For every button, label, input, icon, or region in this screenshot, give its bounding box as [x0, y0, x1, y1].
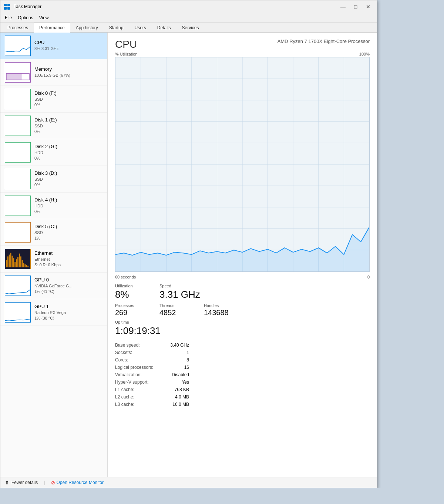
sidebar-item-disk4[interactable]: Disk 4 (H:) HDD 0% — [0, 193, 107, 219]
disk2-info: Disk 2 (G:) HDD 0% — [34, 144, 103, 161]
cpu-thumbnail — [5, 36, 31, 56]
svg-rect-30 — [27, 266, 28, 267]
disk4-info: Disk 4 (H:) HDD 0% — [34, 197, 103, 215]
resource-monitor-icon: ⊘ — [51, 480, 55, 485]
sockets-key: Sockets: — [115, 350, 132, 355]
svg-rect-7 — [6, 73, 22, 80]
sidebar-item-cpu[interactable]: CPU 8% 3.31 GHz — [0, 33, 107, 59]
main-header: CPU AMD Ryzen 7 1700X Eight-Core Process… — [115, 39, 370, 50]
y-axis-max: 100% — [359, 52, 370, 56]
gpu1-name: GPU 1 — [34, 304, 103, 309]
disk1-name: Disk 1 (E:) — [34, 117, 103, 123]
svg-rect-21 — [14, 262, 16, 267]
gpu1-info: GPU 1 Radeon RX Vega 1% (38 °C) — [34, 304, 103, 321]
app-icon — [3, 3, 11, 10]
svg-rect-27 — [23, 263, 24, 267]
sockets-row: Sockets: 1 — [115, 350, 189, 355]
fewer-details-label: Fewer details — [11, 480, 38, 485]
menu-view[interactable]: View — [36, 14, 52, 21]
sidebar-item-disk1[interactable]: Disk 1 (E:) SSD 0% — [0, 113, 107, 139]
svg-rect-20 — [13, 258, 14, 267]
disk5-name: Disk 5 (C:) — [34, 224, 103, 229]
sidebar-item-gpu0[interactable]: GPU 0 NVIDIA GeForce G... 1% (41 °C) — [0, 273, 107, 299]
utilization-stat: Utilization 8% — [115, 284, 145, 300]
sidebar-item-disk3[interactable]: Disk 3 (D:) SSD 0% — [0, 166, 107, 193]
svg-rect-24 — [19, 254, 20, 267]
uptime-stat: Up time 1:09:19:31 — [115, 320, 161, 337]
disk0-sub2: 0% — [34, 102, 103, 108]
tab-services[interactable]: Services — [176, 23, 205, 33]
base-speed-row: Base speed: 3.40 GHz — [115, 343, 189, 348]
sockets-val: 1 — [159, 350, 189, 355]
disk4-thumbnail — [5, 196, 31, 216]
disk2-name: Disk 2 (G:) — [34, 144, 103, 149]
sidebar-item-memory[interactable]: Memory 10.6/15.9 GB (67%) — [0, 59, 107, 86]
processes-label: Processes — [115, 303, 145, 308]
svg-rect-1 — [7, 4, 10, 6]
sidebar-item-disk5[interactable]: Disk 5 (C:) SSD 1% — [0, 219, 107, 246]
chart-labels-bottom: 60 seconds 0 — [115, 275, 370, 279]
gpu0-info: GPU 0 NVIDIA GeForce G... 1% (41 °C) — [34, 277, 103, 295]
tab-startup[interactable]: Startup — [104, 23, 129, 33]
cpu-sub: 8% 3.31 GHz — [34, 46, 103, 51]
open-resource-monitor-button[interactable]: ⊘ Open Resource Monitor — [51, 480, 104, 485]
svg-rect-0 — [4, 4, 7, 6]
speed-value: 3.31 GHz — [159, 289, 200, 300]
uptime-value: 1:09:19:31 — [115, 325, 161, 337]
cores-val: 8 — [159, 357, 189, 363]
sidebar-item-disk0[interactable]: Disk 0 (F:) SSD 0% — [0, 86, 107, 113]
logical-key: Logical processors: — [115, 365, 153, 370]
memory-thumbnail — [5, 62, 31, 83]
menu-options[interactable]: Options — [15, 14, 36, 21]
svg-rect-16 — [7, 256, 9, 267]
memory-sub: 10.6/15.9 GB (67%) — [34, 73, 103, 78]
sidebar-item-gpu1[interactable]: GPU 1 Radeon RX Vega 1% (38 °C) — [0, 299, 107, 326]
uptime-label: Up time — [115, 320, 161, 324]
minimize-button[interactable]: — — [337, 3, 349, 11]
disk0-sub1: SSD — [34, 97, 103, 102]
svg-rect-18 — [10, 253, 11, 267]
tab-details[interactable]: Details — [152, 23, 176, 33]
bottom-bar: ⬆ Fewer details | ⊘ Open Resource Monito… — [0, 477, 377, 488]
sidebar-item-disk2[interactable]: Disk 2 (G:) HDD 0% — [0, 139, 107, 166]
tab-processes[interactable]: Processes — [2, 23, 34, 33]
svg-rect-26 — [22, 260, 23, 267]
disk4-sub2: 0% — [34, 209, 103, 214]
hyperv-val: Yes — [159, 380, 189, 385]
l1-key: L1 cache: — [115, 387, 134, 392]
tab-performance[interactable]: Performance — [34, 23, 70, 33]
disk0-info: Disk 0 (F:) SSD 0% — [34, 90, 103, 108]
open-rm-label: Open Resource Monitor — [57, 480, 104, 485]
task-manager-window: Task Manager — □ ✕ File Options View Pro… — [0, 0, 377, 488]
svg-rect-12 — [5, 196, 30, 216]
content-area: CPU 8% 3.31 GHz Memory 10.6/15.9 GB (67%… — [0, 33, 377, 477]
memory-sidebar-info: Memory 10.6/15.9 GB (67%) — [34, 66, 103, 78]
utilization-value: 8% — [115, 289, 145, 300]
l2-key: L2 cache: — [115, 394, 134, 400]
l1-val: 768 KB — [159, 387, 189, 392]
gpu0-sub2: 1% (41 °C) — [34, 289, 103, 294]
tab-users[interactable]: Users — [129, 23, 151, 33]
menu-bar: File Options View — [0, 13, 377, 23]
cpu-chart — [115, 57, 370, 272]
close-button[interactable]: ✕ — [362, 3, 374, 11]
speed-stat: Speed 3.31 GHz — [159, 284, 200, 300]
svg-rect-13 — [5, 223, 30, 242]
disk4-name: Disk 4 (H:) — [34, 197, 103, 203]
tab-app-history[interactable]: App history — [70, 23, 104, 33]
fewer-details-button[interactable]: ⬆ Fewer details — [5, 480, 38, 485]
virtualization-row: Virtualization: Disabled — [115, 372, 189, 377]
sidebar-item-ethernet[interactable]: Ethernet Ethernet S: 0 R: 0 Kbps — [0, 246, 107, 273]
disk2-sub2: 0% — [34, 156, 103, 161]
gpu1-sub1: Radeon RX Vega — [34, 310, 103, 316]
svg-rect-10 — [5, 143, 30, 162]
disk3-thumbnail — [5, 169, 31, 189]
base-speed-key: Base speed: — [115, 343, 140, 348]
maximize-button[interactable]: □ — [350, 3, 361, 11]
ethernet-thumbnail — [5, 249, 31, 269]
menu-file[interactable]: File — [2, 14, 15, 21]
cores-key: Cores: — [115, 357, 128, 363]
handles-label: Handles — [204, 303, 233, 308]
memory-name: Memory — [34, 66, 103, 72]
disk3-name: Disk 3 (D:) — [34, 170, 103, 176]
